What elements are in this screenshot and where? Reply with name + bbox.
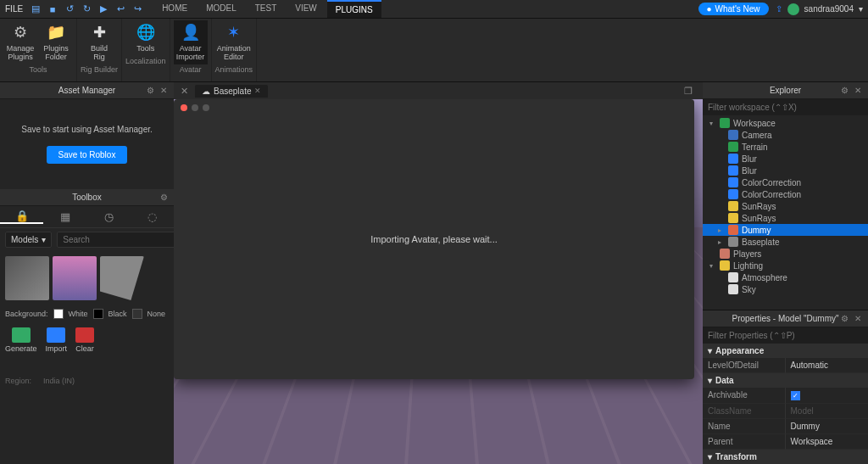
user-area[interactable]: ⇪ sandraa9004 ▾ (776, 3, 863, 15)
prop-key: LevelOfDetail (703, 358, 786, 373)
checkbox-icon[interactable]: ✓ (791, 391, 800, 400)
tree-node-atmosphere[interactable]: Atmosphere (703, 271, 868, 283)
qa-icon-7[interactable]: ↪ (131, 3, 143, 15)
ribbon-btn-build-rig[interactable]: ✚BuildRig (82, 20, 116, 64)
save-to-roblox-button[interactable]: Save to Roblox (47, 146, 128, 164)
bg-none-swatch[interactable] (132, 309, 142, 319)
panel-close-icon[interactable]: ✕ (160, 86, 170, 96)
properties-filter-input[interactable] (703, 327, 868, 344)
toolbox-tab-bulb-icon[interactable]: ◌ (131, 210, 174, 223)
explorer-close-icon[interactable]: ✕ (854, 86, 865, 96)
toolbox-item-2[interactable] (53, 256, 97, 300)
tree-arrow-icon[interactable]: ▸ (718, 226, 725, 234)
tree-node-baseplate[interactable]: ▸Baseplate (703, 236, 868, 248)
ribbon-btn-animation-editor[interactable]: ✶AnimationEditor (217, 20, 251, 64)
tree-arrow-icon[interactable]: ▸ (718, 238, 725, 246)
prop-value[interactable]: Model (786, 404, 869, 419)
share-icon[interactable]: ⇪ (776, 4, 782, 14)
tree-node-blur[interactable]: Blur (703, 153, 868, 165)
tab-close-icon[interactable]: ✕ (254, 87, 261, 95)
tree-node-icon (728, 142, 738, 152)
prop-section-appearance[interactable]: ▾ Appearance (703, 344, 868, 358)
prop-value[interactable]: ✓ (786, 388, 869, 404)
qa-icon-2[interactable]: ■ (47, 3, 58, 15)
bg-white-swatch[interactable] (53, 309, 64, 319)
tree-node-sky[interactable]: Sky (703, 283, 868, 295)
prop-row-archivable[interactable]: Archivable✓ (703, 388, 868, 404)
prop-row-classname[interactable]: ClassNameModel (703, 404, 868, 419)
qa-icon-4[interactable]: ↻ (81, 3, 92, 15)
prop-value[interactable]: Dummy (786, 419, 869, 434)
prop-value[interactable]: Workspace (786, 434, 869, 450)
tree-node-terrain[interactable]: Terrain (703, 141, 868, 153)
whats-new-button[interactable]: ● What's New (698, 3, 769, 15)
ribbon-btn-manage-plugins[interactable]: ⚙ManagePlugins (3, 20, 37, 64)
ribbon-group-avatar: 👤AvatarImporterAvatar (170, 19, 212, 81)
toolbox-tab-lock-icon[interactable]: 🔒 (0, 210, 43, 224)
region-row: Region: India (IN) (0, 358, 174, 390)
tree-node-label: Dummy (742, 226, 771, 235)
prop-section-data[interactable]: ▾ Data (703, 373, 868, 388)
menu-tab-view[interactable]: VIEW (287, 0, 326, 18)
modal-close-dot[interactable] (181, 104, 187, 111)
toolbox-tab-grid-icon[interactable]: ▦ (43, 210, 86, 223)
toolbox-item-1[interactable] (5, 256, 49, 300)
qa-icon-6[interactable]: ↩ (114, 3, 126, 15)
viewport[interactable]: Importing Avatar, please wait... (174, 99, 703, 464)
tree-arrow-icon[interactable]: ▾ (709, 120, 716, 127)
region-dropdown[interactable]: India (IN) (43, 377, 75, 385)
explorer-filter-input[interactable] (703, 99, 868, 115)
script-tab-close-icon[interactable]: ✕ (177, 86, 192, 97)
ribbon-btn-label: AvatarImporter (176, 45, 205, 62)
explorer-tree: ▾WorkspaceCameraTerrainBlurBlurColorCorr… (703, 115, 868, 310)
qa-icon-3[interactable]: ↺ (64, 3, 75, 15)
modal-min-dot[interactable] (192, 104, 198, 111)
toolbox-search-input[interactable] (57, 232, 176, 248)
user-chevron-icon[interactable]: ▾ (859, 4, 863, 14)
prop-row-name[interactable]: NameDummy (703, 419, 868, 434)
ribbon-btn-tools[interactable]: 🌐Tools (129, 20, 163, 56)
toolbox-gear-icon[interactable]: ⚙ (160, 193, 170, 203)
properties-gear-icon[interactable]: ⚙ (841, 314, 851, 324)
properties-close-icon[interactable]: ✕ (854, 314, 865, 324)
tree-node-blur[interactable]: Blur (703, 165, 868, 176)
modal-max-dot[interactable] (203, 104, 209, 111)
window-layout-icon[interactable]: ❐ (684, 86, 698, 97)
toolbox-category-dropdown[interactable]: Models ▾ (5, 232, 52, 248)
panel-gear-icon[interactable]: ⚙ (147, 86, 157, 96)
tree-node-dummy[interactable]: ▸Dummy (703, 224, 868, 236)
tree-node-sunrays[interactable]: SunRays (703, 200, 868, 212)
ribbon-btn-avatar-importer[interactable]: 👤AvatarImporter (174, 20, 208, 64)
prop-section-transform[interactable]: ▾ Transform (703, 450, 868, 464)
tree-node-camera[interactable]: Camera (703, 129, 868, 141)
toolbox-tab-clock-icon[interactable]: ◷ (87, 210, 131, 223)
tree-node-colorcorrection[interactable]: ColorCorrection (703, 176, 868, 188)
tree-node-lighting[interactable]: ▾Lighting (703, 260, 868, 271)
tree-node-sunrays[interactable]: SunRays (703, 212, 868, 224)
qa-icon-5[interactable]: ▶ (97, 3, 109, 15)
tree-node-workspace[interactable]: ▾Workspace (703, 117, 868, 129)
tree-node-icon (728, 225, 738, 235)
tab-baseplate[interactable]: ☁ Baseplate ✕ (195, 85, 268, 98)
menu-tab-plugins[interactable]: PLUGINS (327, 0, 381, 18)
tree-node-label: Lighting (733, 261, 763, 271)
explorer-gear-icon[interactable]: ⚙ (841, 86, 851, 96)
toolbox-action-clear[interactable]: Clear (75, 327, 94, 353)
ribbon-btn-plugins-folder[interactable]: 📁PluginsFolder (39, 20, 73, 64)
toolbox-item-3[interactable] (100, 256, 144, 300)
prop-value[interactable]: Automatic (786, 358, 869, 373)
tree-node-players[interactable]: Players (703, 248, 868, 260)
menu-tab-home[interactable]: HOME (153, 0, 196, 18)
prop-row-levelofdetail[interactable]: LevelOfDetailAutomatic (703, 358, 868, 373)
file-menu[interactable]: FILE (5, 4, 23, 14)
toolbox-action-import[interactable]: Import (46, 327, 68, 353)
qa-icon-1[interactable]: ▤ (30, 3, 42, 15)
menu-tab-model[interactable]: MODEL (198, 0, 245, 18)
tree-node-colorcorrection[interactable]: ColorCorrection (703, 188, 868, 200)
tree-arrow-icon[interactable]: ▾ (709, 262, 716, 270)
prop-row-parent[interactable]: ParentWorkspace (703, 434, 868, 450)
bg-black-swatch[interactable] (93, 309, 103, 319)
menu-tab-test[interactable]: TEST (247, 0, 286, 18)
tree-node-label: Terrain (742, 143, 768, 152)
toolbox-action-generate[interactable]: Generate (5, 327, 37, 353)
